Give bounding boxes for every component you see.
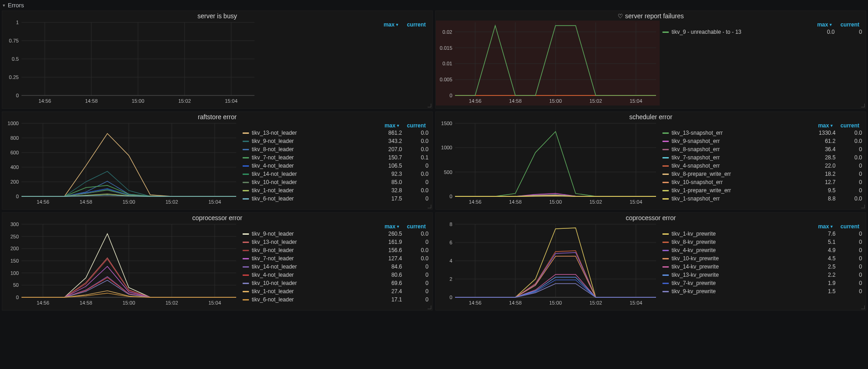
svg-text:15:04: 15:04 — [630, 98, 642, 104]
legend-item[interactable]: tikv_10-kv_prewrite4.50 — [662, 254, 862, 263]
legend-item[interactable]: tikv_14-not_leader92.30.0 — [243, 170, 429, 178]
legend-item[interactable]: tikv_9-not_leader260.50.0 — [243, 230, 429, 238]
series-current: 0.1 — [402, 154, 429, 161]
series-current: 0 — [402, 280, 429, 286]
panel-raftstore_error[interactable]: raftstore error0200400600800100014:5614:… — [2, 111, 433, 210]
chart-canvas[interactable]: 05010015020025030014:5614:5815:0015:0215… — [2, 222, 240, 307]
legend-item[interactable]: tikv_8-snapshot_err36.40 — [662, 145, 862, 153]
legend-col-max[interactable]: max ▾ — [377, 21, 398, 28]
panel-title[interactable]: scheduler error — [436, 112, 866, 121]
legend-col-max[interactable]: max ▾ — [374, 223, 399, 230]
series-swatch — [662, 165, 669, 167]
legend-item[interactable]: tikv_1-prepare_write_err9.50 — [662, 186, 862, 195]
panel-title[interactable]: server is busy — [2, 11, 432, 21]
resize-handle-icon[interactable] — [861, 205, 865, 208]
legend-col-max[interactable]: max ▾ — [812, 223, 833, 230]
panel-scheduler_error[interactable]: scheduler error05001000150014:5614:5815:… — [435, 111, 866, 210]
svg-text:1: 1 — [16, 21, 19, 25]
legend-item[interactable]: tikv_4-not_leader80.60 — [243, 271, 429, 279]
svg-text:0: 0 — [450, 194, 452, 199]
panel-title[interactable]: coprocessor error — [2, 213, 432, 222]
resize-handle-icon[interactable] — [428, 104, 431, 107]
legend-item[interactable]: tikv_9-not_leader343.20.0 — [243, 137, 429, 145]
legend-item[interactable]: tikv_13-kv_prewrite2.20 — [662, 271, 862, 279]
panel-title-text: coprocessor error — [626, 214, 676, 221]
chart-canvas[interactable]: 00.0050.010.0150.0214:5614:5815:0015:021… — [436, 21, 660, 105]
legend-item[interactable]: tikv_10-not_leader85.00 — [243, 178, 429, 186]
legend-col-current[interactable]: current — [832, 21, 859, 28]
legend-list[interactable]: tikv_9-not_leader260.50.0tikv_13-not_lea… — [243, 230, 429, 304]
legend-item[interactable]: tikv_1-kv_prewrite7.60 — [662, 230, 862, 238]
series-max: 4.9 — [815, 247, 836, 253]
legend-item[interactable]: tikv_9-snapshot_err61.20.0 — [662, 137, 862, 145]
legend-item[interactable]: tikv_9-kv_prewrite1.50 — [662, 287, 862, 295]
series-max: 5.1 — [815, 239, 836, 245]
legend-item[interactable]: tikv_13-not_leader861.20.0 — [243, 129, 429, 137]
svg-text:200: 200 — [11, 179, 19, 184]
legend-col-current[interactable]: current — [398, 21, 426, 28]
legend-item[interactable]: tikv_7-not_leader127.40.0 — [243, 254, 429, 263]
legend-col-max[interactable]: max ▾ — [811, 21, 832, 28]
panel-server_report_failures[interactable]: ♡server report failures00.0050.010.0150.… — [435, 11, 866, 109]
legend-item[interactable]: tikv_8-prepare_write_err18.20 — [662, 170, 862, 178]
legend-item[interactable]: tikv_7-kv_prewrite1.90 — [662, 279, 862, 287]
svg-text:14:56: 14:56 — [469, 98, 482, 104]
resize-handle-icon[interactable] — [861, 306, 865, 309]
legend-col-max[interactable]: max ▾ — [807, 122, 833, 129]
resize-handle-icon[interactable] — [428, 205, 431, 208]
legend-item[interactable]: tikv_10-not_leader69.60 — [243, 279, 429, 287]
legend-col-current[interactable]: current — [833, 223, 859, 230]
legend-item[interactable]: tikv_7-snapshot_err28.50.0 — [662, 153, 862, 162]
legend-col-current[interactable]: current — [399, 122, 426, 129]
legend-item[interactable]: tikv_4-snapshot_err22.00 — [662, 162, 862, 170]
panel-coprocessor_error_left[interactable]: coprocessor error05010015020025030014:56… — [2, 212, 433, 311]
panel-title-text: raftstore error — [198, 113, 237, 121]
svg-text:200: 200 — [11, 246, 19, 251]
legend-list[interactable]: tikv_1-kv_prewrite7.60tikv_8-kv_prewrite… — [662, 230, 862, 295]
legend-item[interactable]: tikv_13-not_leader161.90 — [243, 238, 429, 246]
section-header[interactable]: ▾ Errors — [0, 0, 868, 11]
legend-col-current[interactable]: current — [399, 223, 426, 230]
chart-canvas[interactable]: 05001000150014:5614:5815:0015:0215:04 — [436, 121, 660, 206]
legend-item[interactable]: tikv_8-not_leader156.60.0 — [243, 246, 429, 254]
legend-item[interactable]: tikv_1-not_leader32.80.0 — [243, 186, 429, 195]
legend-item[interactable]: tikv_8-not_leader207.00.0 — [243, 145, 429, 153]
series-swatch — [243, 274, 249, 276]
resize-handle-icon[interactable] — [861, 104, 865, 107]
resize-handle-icon[interactable] — [428, 306, 431, 309]
series-name: tikv_7-snapshot_err — [672, 154, 720, 161]
legend-item[interactable]: tikv_13-snapshot_err1330.40.0 — [662, 129, 862, 137]
series-max: 9.5 — [810, 187, 836, 194]
chart-canvas[interactable]: 0200400600800100014:5614:5815:0015:0215:… — [2, 121, 240, 206]
legend-item[interactable]: tikv_14-not_leader84.60 — [243, 263, 429, 271]
series-max: 27.4 — [376, 288, 402, 295]
series-max: 17.1 — [376, 296, 402, 303]
chevron-down-icon: ▾ — [3, 3, 5, 8]
legend-item[interactable]: tikv_6-not_leader17.50 — [243, 195, 429, 203]
svg-text:800: 800 — [11, 135, 19, 141]
legend-item[interactable]: tikv_4-kv_prewrite4.90 — [662, 246, 862, 254]
legend-item[interactable]: tikv_7-not_leader150.70.1 — [243, 153, 429, 162]
legend-list[interactable]: tikv_13-snapshot_err1330.40.0tikv_9-snap… — [662, 129, 862, 203]
chart-canvas[interactable]: 00.250.50.75114:5614:5815:0015:0215:04 — [2, 21, 258, 105]
legend-item[interactable]: tikv_9 - unreachable - to - 130.00 — [662, 28, 862, 36]
legend-col-current[interactable]: current — [833, 122, 859, 129]
legend-item[interactable]: tikv_4-not_leader106.50 — [243, 162, 429, 170]
legend-item[interactable]: tikv_8-kv_prewrite5.10 — [662, 238, 862, 246]
series-max: 80.6 — [376, 272, 402, 278]
panel-server_busy[interactable]: server is busy00.250.50.75114:5614:5815:… — [2, 11, 433, 109]
panel-title[interactable]: coprocessor error — [436, 213, 866, 222]
legend-item[interactable]: tikv_1-not_leader27.40 — [243, 287, 429, 295]
legend-item[interactable]: tikv_10-snapshot_err12.70 — [662, 178, 862, 186]
legend-list[interactable]: tikv_9 - unreachable - to - 130.00 — [662, 28, 862, 36]
panel-title[interactable]: ♡server report failures — [436, 11, 866, 21]
panel-coprocessor_error_right[interactable]: coprocessor error0246814:5614:5815:0015:… — [435, 212, 866, 311]
panel-title[interactable]: raftstore error — [2, 112, 432, 121]
svg-text:14:58: 14:58 — [79, 300, 92, 306]
legend-list[interactable]: tikv_13-not_leader861.20.0tikv_9-not_lea… — [243, 129, 429, 203]
legend-item[interactable]: tikv_6-not_leader17.10 — [243, 295, 429, 304]
chart-canvas[interactable]: 0246814:5614:5815:0015:0215:04 — [436, 222, 660, 307]
legend-item[interactable]: tikv_14-kv_prewrite2.50 — [662, 263, 862, 271]
legend-item[interactable]: tikv_1-snapshot_err8.80.0 — [662, 195, 862, 203]
legend-col-max[interactable]: max ▾ — [374, 122, 399, 129]
